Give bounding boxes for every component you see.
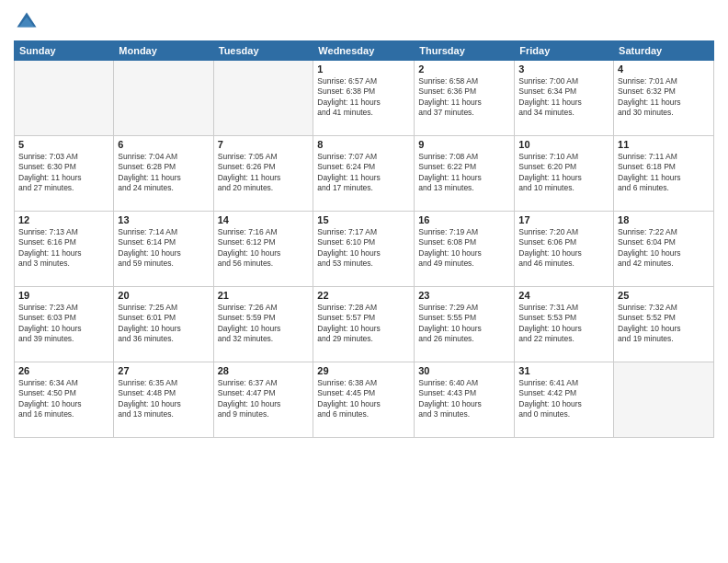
calendar-cell: 25Sunrise: 7:32 AM Sunset: 5:52 PM Dayli…	[614, 287, 714, 362]
day-info: Sunrise: 7:25 AM Sunset: 6:01 PM Dayligh…	[118, 303, 209, 345]
day-number: 7	[218, 139, 310, 150]
day-number: 27	[118, 365, 209, 376]
day-number: 13	[118, 214, 209, 225]
day-info: Sunrise: 7:13 AM Sunset: 6:16 PM Dayligh…	[18, 227, 109, 270]
day-info: Sunrise: 7:16 AM Sunset: 6:12 PM Dayligh…	[218, 227, 310, 270]
day-number: 14	[218, 214, 310, 225]
calendar-cell	[114, 61, 213, 136]
day-number: 9	[418, 139, 510, 150]
day-info: Sunrise: 7:19 AM Sunset: 6:08 PM Dayligh…	[418, 227, 510, 270]
calendar-cell: 3Sunrise: 7:00 AM Sunset: 6:34 PM Daylig…	[515, 61, 614, 136]
day-number: 16	[418, 214, 510, 225]
calendar-cell: 12Sunrise: 7:13 AM Sunset: 6:16 PM Dayli…	[15, 212, 114, 287]
day-info: Sunrise: 7:23 AM Sunset: 6:03 PM Dayligh…	[18, 303, 109, 345]
header	[14, 9, 714, 35]
calendar-cell: 2Sunrise: 6:58 AM Sunset: 6:36 PM Daylig…	[415, 61, 515, 136]
calendar-cell: 26Sunrise: 6:34 AM Sunset: 4:50 PM Dayli…	[15, 362, 114, 438]
week-row-1: 5Sunrise: 7:03 AM Sunset: 6:30 PM Daylig…	[15, 136, 714, 212]
day-info: Sunrise: 6:58 AM Sunset: 6:36 PM Dayligh…	[418, 76, 510, 119]
weekday-header-wednesday: Wednesday	[313, 41, 415, 61]
calendar-cell: 9Sunrise: 7:08 AM Sunset: 6:22 PM Daylig…	[415, 136, 515, 212]
day-info: Sunrise: 6:57 AM Sunset: 6:38 PM Dayligh…	[317, 76, 410, 119]
calendar-cell: 30Sunrise: 6:40 AM Sunset: 4:43 PM Dayli…	[415, 362, 515, 438]
day-info: Sunrise: 6:40 AM Sunset: 4:43 PM Dayligh…	[418, 378, 510, 420]
day-number: 22	[317, 290, 410, 301]
calendar-cell: 20Sunrise: 7:25 AM Sunset: 6:01 PM Dayli…	[114, 287, 213, 362]
day-number: 20	[118, 290, 209, 301]
logo	[14, 9, 43, 35]
weekday-header-friday: Friday	[515, 41, 614, 61]
day-info: Sunrise: 7:10 AM Sunset: 6:20 PM Dayligh…	[518, 152, 609, 194]
calendar-cell: 13Sunrise: 7:14 AM Sunset: 6:14 PM Dayli…	[114, 212, 213, 287]
day-number: 30	[418, 365, 510, 376]
day-number: 24	[518, 290, 609, 301]
calendar-cell: 31Sunrise: 6:41 AM Sunset: 4:42 PM Dayli…	[515, 362, 614, 438]
calendar-cell: 18Sunrise: 7:22 AM Sunset: 6:04 PM Dayli…	[614, 212, 714, 287]
day-number: 26	[18, 365, 109, 376]
calendar-cell: 6Sunrise: 7:04 AM Sunset: 6:28 PM Daylig…	[114, 136, 213, 212]
logo-icon	[14, 9, 40, 35]
weekday-header-thursday: Thursday	[415, 41, 515, 61]
calendar-cell: 15Sunrise: 7:17 AM Sunset: 6:10 PM Dayli…	[313, 212, 415, 287]
day-number: 31	[518, 365, 609, 376]
day-info: Sunrise: 7:11 AM Sunset: 6:18 PM Dayligh…	[618, 152, 710, 194]
day-info: Sunrise: 7:07 AM Sunset: 6:24 PM Dayligh…	[317, 152, 410, 194]
day-number: 2	[418, 63, 510, 75]
calendar-cell: 24Sunrise: 7:31 AM Sunset: 5:53 PM Dayli…	[515, 287, 614, 362]
calendar-cell: 14Sunrise: 7:16 AM Sunset: 6:12 PM Dayli…	[213, 212, 313, 287]
day-number: 6	[118, 139, 209, 150]
calendar-cell: 22Sunrise: 7:28 AM Sunset: 5:57 PM Dayli…	[313, 287, 415, 362]
calendar-cell	[15, 61, 114, 136]
week-row-2: 12Sunrise: 7:13 AM Sunset: 6:16 PM Dayli…	[15, 212, 714, 287]
week-row-4: 26Sunrise: 6:34 AM Sunset: 4:50 PM Dayli…	[15, 362, 714, 438]
calendar-table: SundayMondayTuesdayWednesdayThursdayFrid…	[14, 40, 714, 438]
day-info: Sunrise: 7:08 AM Sunset: 6:22 PM Dayligh…	[418, 152, 510, 194]
calendar-cell: 10Sunrise: 7:10 AM Sunset: 6:20 PM Dayli…	[515, 136, 614, 212]
day-info: Sunrise: 7:03 AM Sunset: 6:30 PM Dayligh…	[18, 152, 109, 194]
calendar-cell: 5Sunrise: 7:03 AM Sunset: 6:30 PM Daylig…	[15, 136, 114, 212]
calendar-cell: 11Sunrise: 7:11 AM Sunset: 6:18 PM Dayli…	[614, 136, 714, 212]
day-info: Sunrise: 7:05 AM Sunset: 6:26 PM Dayligh…	[218, 152, 310, 194]
day-info: Sunrise: 7:20 AM Sunset: 6:06 PM Dayligh…	[518, 227, 609, 270]
day-number: 4	[618, 63, 710, 75]
day-info: Sunrise: 7:17 AM Sunset: 6:10 PM Dayligh…	[317, 227, 410, 270]
day-number: 25	[618, 290, 710, 301]
calendar-cell: 4Sunrise: 7:01 AM Sunset: 6:32 PM Daylig…	[614, 61, 714, 136]
calendar-cell: 29Sunrise: 6:38 AM Sunset: 4:45 PM Dayli…	[313, 362, 415, 438]
day-number: 1	[317, 63, 410, 75]
day-number: 5	[18, 139, 109, 150]
page: SundayMondayTuesdayWednesdayThursdayFrid…	[0, 0, 728, 563]
weekday-header-saturday: Saturday	[614, 41, 714, 61]
week-row-0: 1Sunrise: 6:57 AM Sunset: 6:38 PM Daylig…	[15, 61, 714, 136]
calendar-cell	[614, 362, 714, 438]
day-info: Sunrise: 7:01 AM Sunset: 6:32 PM Dayligh…	[618, 76, 710, 119]
day-number: 28	[218, 365, 310, 376]
calendar-cell: 19Sunrise: 7:23 AM Sunset: 6:03 PM Dayli…	[15, 287, 114, 362]
day-info: Sunrise: 7:31 AM Sunset: 5:53 PM Dayligh…	[518, 303, 609, 345]
day-info: Sunrise: 7:22 AM Sunset: 6:04 PM Dayligh…	[618, 227, 710, 270]
day-number: 8	[317, 139, 410, 150]
day-info: Sunrise: 7:04 AM Sunset: 6:28 PM Dayligh…	[118, 152, 209, 194]
day-number: 12	[18, 214, 109, 225]
day-info: Sunrise: 7:32 AM Sunset: 5:52 PM Dayligh…	[618, 303, 710, 345]
day-info: Sunrise: 6:34 AM Sunset: 4:50 PM Dayligh…	[18, 378, 109, 420]
day-number: 29	[317, 365, 410, 376]
weekday-header-sunday: Sunday	[15, 41, 114, 61]
day-info: Sunrise: 6:37 AM Sunset: 4:47 PM Dayligh…	[218, 378, 310, 420]
day-info: Sunrise: 6:41 AM Sunset: 4:42 PM Dayligh…	[518, 378, 609, 420]
day-number: 17	[518, 214, 609, 225]
weekday-header-row: SundayMondayTuesdayWednesdayThursdayFrid…	[15, 41, 714, 61]
day-number: 3	[518, 63, 609, 75]
calendar-cell: 23Sunrise: 7:29 AM Sunset: 5:55 PM Dayli…	[415, 287, 515, 362]
day-info: Sunrise: 7:28 AM Sunset: 5:57 PM Dayligh…	[317, 303, 410, 345]
calendar-cell: 28Sunrise: 6:37 AM Sunset: 4:47 PM Dayli…	[213, 362, 313, 438]
weekday-header-monday: Monday	[114, 41, 213, 61]
calendar-cell: 7Sunrise: 7:05 AM Sunset: 6:26 PM Daylig…	[213, 136, 313, 212]
day-number: 18	[618, 214, 710, 225]
day-number: 15	[317, 214, 410, 225]
day-info: Sunrise: 7:00 AM Sunset: 6:34 PM Dayligh…	[518, 76, 609, 119]
calendar-cell	[213, 61, 313, 136]
day-number: 21	[218, 290, 310, 301]
calendar-cell: 1Sunrise: 6:57 AM Sunset: 6:38 PM Daylig…	[313, 61, 415, 136]
day-info: Sunrise: 7:29 AM Sunset: 5:55 PM Dayligh…	[418, 303, 510, 345]
